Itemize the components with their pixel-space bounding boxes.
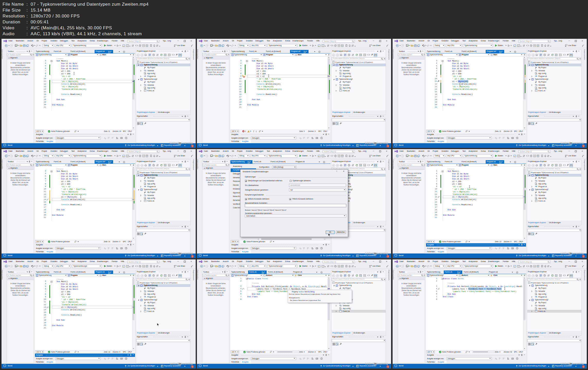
svg-text:1: 1 xyxy=(532,124,532,125)
svg-text:2: 2 xyxy=(388,146,388,147)
svg-text:VB: VB xyxy=(141,299,142,301)
svg-text:VB: VB xyxy=(532,174,533,176)
svg-text:VB: VB xyxy=(336,285,338,286)
svg-text:VB: VB xyxy=(141,174,142,176)
svg-text:VB: VB xyxy=(141,64,142,66)
svg-text:2: 2 xyxy=(583,146,584,147)
svg-text:VB: VB xyxy=(427,275,429,276)
svg-text:VB: VB xyxy=(36,275,38,276)
svg-text:VB: VB xyxy=(427,54,429,56)
svg-text:2: 2 xyxy=(192,256,193,258)
svg-text:2: 2 xyxy=(192,366,193,368)
svg-text:2: 2 xyxy=(388,366,388,368)
svg-text:VB: VB xyxy=(141,189,142,190)
svg-text:1: 1 xyxy=(532,234,532,235)
svg-text:VB: VB xyxy=(36,54,38,56)
svg-text:VB: VB xyxy=(427,165,429,166)
svg-text:VB: VB xyxy=(532,64,533,66)
svg-text:VB: VB xyxy=(532,189,533,190)
svg-text:2: 2 xyxy=(388,256,388,258)
svg-text:VB: VB xyxy=(36,165,38,166)
svg-text:VB: VB xyxy=(532,299,533,301)
svg-text:1: 1 xyxy=(141,344,141,345)
svg-text:2: 2 xyxy=(583,366,584,368)
svg-text:VB: VB xyxy=(532,78,533,80)
svg-text:VB: VB xyxy=(232,275,233,276)
svg-text:VB: VB xyxy=(232,54,233,56)
svg-text:1: 1 xyxy=(141,124,141,125)
svg-text:VB: VB xyxy=(141,285,142,286)
svg-text:1: 1 xyxy=(532,344,532,345)
svg-text:VB: VB xyxy=(336,64,338,66)
svg-text:2: 2 xyxy=(192,146,193,147)
svg-text:1: 1 xyxy=(336,344,337,345)
svg-text:1: 1 xyxy=(336,124,337,125)
svg-text:VB: VB xyxy=(141,78,142,80)
svg-text:1: 1 xyxy=(141,234,141,235)
svg-text:2: 2 xyxy=(583,256,584,258)
svg-text:VB: VB xyxy=(336,78,338,80)
svg-text:VB: VB xyxy=(532,285,533,286)
